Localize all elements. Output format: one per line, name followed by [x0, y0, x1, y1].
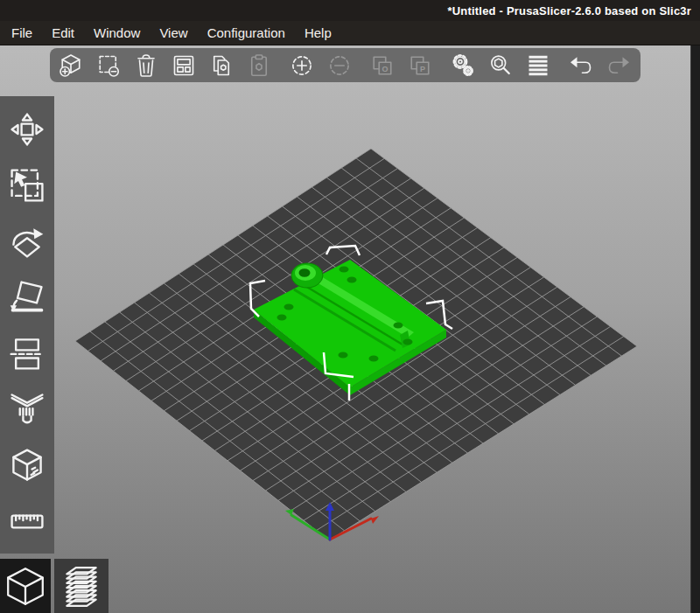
split-to-parts-button: P	[406, 52, 433, 79]
split-to-objects-button: O	[368, 52, 396, 79]
model-boss-hole	[299, 268, 311, 277]
svg-text:P: P	[419, 64, 424, 73]
scene-canvas[interactable]	[0, 45, 700, 613]
view-mode-buttons	[0, 559, 108, 613]
preview-view-button[interactable]	[54, 559, 108, 613]
move-tool-button[interactable]	[0, 101, 54, 157]
menu-help[interactable]: Help	[295, 21, 341, 45]
variable-layer-height-button[interactable]	[524, 52, 551, 79]
seam-painting-tool-button[interactable]	[0, 437, 54, 493]
scale-tool-button[interactable]	[0, 157, 54, 213]
delete-all-button[interactable]	[132, 52, 159, 79]
left-toolbar	[0, 96, 54, 554]
svg-text:O: O	[382, 64, 388, 73]
rotate-tool-button[interactable]	[0, 213, 54, 269]
cut-tool-button[interactable]	[0, 325, 54, 381]
add-instance-button[interactable]	[288, 52, 315, 79]
menu-window[interactable]: Window	[84, 21, 150, 45]
arrange-button[interactable]	[170, 52, 197, 79]
menu-configuration[interactable]: Configuration	[198, 21, 295, 45]
paste-button	[245, 52, 272, 79]
undo-button[interactable]	[567, 52, 594, 79]
menu-file[interactable]: File	[2, 21, 42, 45]
viewport-3d[interactable]: O P	[0, 45, 700, 613]
copy-button[interactable]	[207, 52, 234, 79]
menu-view[interactable]: View	[150, 21, 197, 45]
paint-on-supports-tool-button[interactable]	[0, 381, 54, 437]
top-toolbar: O P	[50, 48, 640, 82]
editor-view-button[interactable]	[0, 559, 51, 613]
menu-bar: File Edit Window View Configuration Help	[0, 21, 700, 45]
place-on-face-tool-button[interactable]	[0, 269, 54, 325]
search-button[interactable]	[486, 52, 514, 79]
title-bar: *Untitled - PrusaSlicer-2.6.0 based on S…	[0, 0, 700, 21]
settings-icon-button[interactable]	[449, 52, 476, 79]
right-panel-edge	[690, 45, 700, 613]
remove-instance-button	[326, 52, 353, 79]
redo-button	[605, 52, 632, 79]
add-button[interactable]	[57, 52, 84, 79]
measure-tool-button[interactable]	[0, 493, 54, 549]
prusaslicer-window: *Untitled - PrusaSlicer-2.6.0 based on S…	[0, 0, 700, 613]
delete-button[interactable]	[94, 52, 122, 79]
window-title: *Untitled - PrusaSlicer-2.6.0 based on S…	[448, 4, 691, 17]
menu-edit[interactable]: Edit	[42, 21, 84, 45]
